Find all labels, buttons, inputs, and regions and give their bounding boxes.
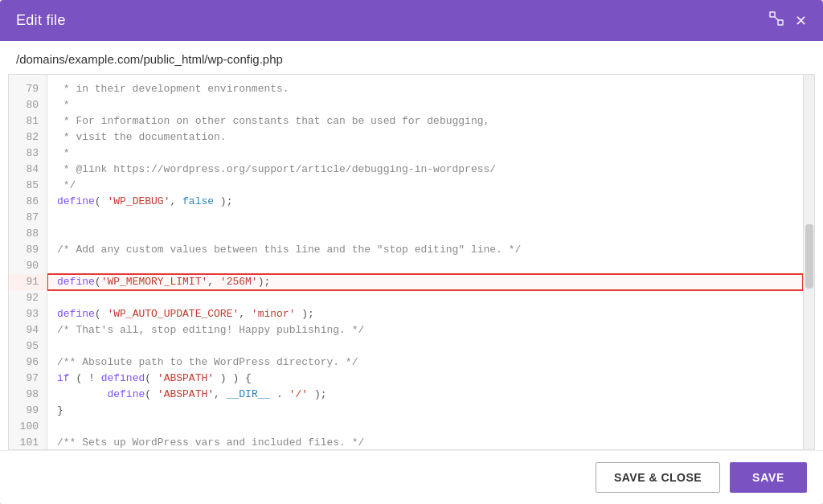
line-number: 84 — [9, 162, 47, 178]
code-line: /* That's all, stop editing! Happy publi… — [47, 322, 803, 338]
code-line: define( 'ABSPATH', __DIR__ . '/' ); — [47, 387, 803, 403]
code-line: define('WP_MEMORY_LIMIT', '256M'); — [47, 274, 803, 290]
line-number: 96 — [9, 354, 47, 371]
code-line: * visit the documentation. — [47, 129, 803, 145]
expand-icon[interactable] — [769, 11, 784, 30]
code-line: * in their development environments. — [47, 81, 803, 97]
line-number: 94 — [9, 322, 47, 338]
line-number: 97 — [9, 371, 47, 387]
svg-rect-0 — [770, 12, 775, 17]
line-number: 93 — [9, 306, 47, 322]
line-number: 85 — [9, 178, 47, 194]
line-number: 87 — [9, 210, 47, 226]
code-line: if ( ! defined( 'ABSPATH' ) ) { — [47, 371, 803, 387]
code-line — [47, 419, 803, 435]
code-line: /* Add any custom values between this li… — [47, 242, 803, 258]
code-line — [47, 338, 803, 354]
header-icons: ✕ — [769, 11, 807, 30]
code-line — [47, 226, 803, 242]
code-content[interactable]: * in their development environments. * *… — [47, 75, 803, 449]
code-line: define( 'WP_DEBUG', false ); — [47, 194, 803, 210]
line-number: 95 — [9, 338, 47, 354]
scrollbar-thumb[interactable] — [805, 224, 813, 289]
line-number: 79 — [9, 81, 47, 97]
line-number: 88 — [9, 226, 47, 242]
line-number: 91 — [9, 274, 47, 290]
line-number: 101 — [9, 435, 47, 449]
code-line: * @link https://wordpress.org/support/ar… — [47, 162, 803, 178]
svg-rect-1 — [778, 20, 783, 25]
close-icon[interactable]: ✕ — [795, 12, 807, 30]
code-line — [47, 290, 803, 306]
code-line — [47, 210, 803, 226]
svg-line-2 — [775, 17, 778, 20]
modal-title: Edit file — [16, 12, 66, 29]
code-line: * — [47, 97, 803, 113]
line-number: 99 — [9, 403, 47, 419]
line-number: 98 — [9, 387, 47, 403]
code-line: /** Absolute path to the WordPress direc… — [47, 354, 803, 371]
line-number: 100 — [9, 419, 47, 435]
line-number: 80 — [9, 97, 47, 113]
code-line — [47, 258, 803, 274]
line-number: 86 — [9, 194, 47, 210]
code-line: } — [47, 403, 803, 419]
modal-header: Edit file ✕ — [0, 0, 823, 41]
file-path: /domains/example.com/public_html/wp-conf… — [0, 41, 823, 74]
save-close-button[interactable]: SAVE & CLOSE — [596, 462, 720, 493]
scrollbar[interactable] — [803, 75, 814, 449]
modal-body: /domains/example.com/public_html/wp-conf… — [0, 41, 823, 450]
code-line: */ — [47, 178, 803, 194]
line-number: 92 — [9, 290, 47, 306]
editor-area[interactable]: 7980818283848586878889909192939495969798… — [8, 74, 815, 450]
line-number: 89 — [9, 242, 47, 258]
code-line: /** Sets up WordPress vars and included … — [47, 435, 803, 449]
save-button[interactable]: SAVE — [730, 462, 807, 493]
code-line: define( 'WP_AUTO_UPDATE_CORE', 'minor' )… — [47, 306, 803, 322]
line-number: 82 — [9, 129, 47, 145]
line-numbers: 7980818283848586878889909192939495969798… — [9, 75, 47, 449]
code-line: * For information on other constants tha… — [47, 113, 803, 129]
code-line: * — [47, 145, 803, 162]
line-number: 83 — [9, 145, 47, 162]
edit-file-modal: Edit file ✕ /domains/example.com/public_… — [0, 0, 823, 504]
line-number: 90 — [9, 258, 47, 274]
modal-footer: SAVE & CLOSE SAVE — [0, 450, 823, 504]
line-number: 81 — [9, 113, 47, 129]
